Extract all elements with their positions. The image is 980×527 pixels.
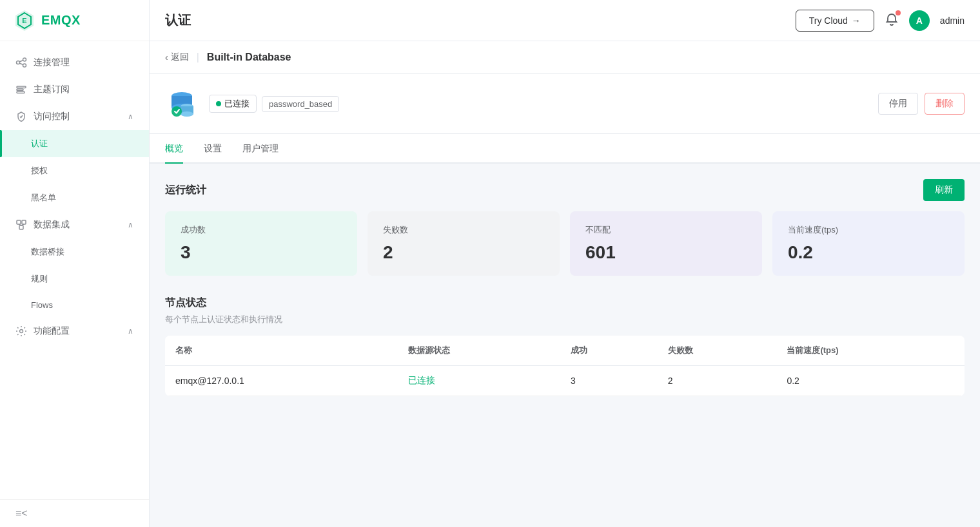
breadcrumb-bar: ‹ 返回 | Built-in Database <box>150 41 980 74</box>
sidebar: E EMQX 连接管理 主题订阅 <box>0 0 150 527</box>
sidebar-item-rules[interactable]: 规则 <box>0 265 149 292</box>
col-fail: 失败数 <box>658 336 777 366</box>
svg-rect-13 <box>19 225 23 229</box>
table-header-row: 名称 数据源状态 成功 失败数 当前速度(tps) <box>165 336 965 366</box>
sidebar-item-topic-sub[interactable]: 主题订阅 <box>0 76 149 103</box>
collapse-icon: ≡< <box>15 508 28 519</box>
sidebar-item-auth[interactable]: 认证 <box>0 130 149 157</box>
try-cloud-label: Try Cloud <box>809 15 848 26</box>
sidebar-item-label: 连接管理 <box>34 57 70 68</box>
feature-config-icon <box>15 325 27 337</box>
svg-point-23 <box>172 106 182 117</box>
back-arrow: ‹ <box>165 52 168 62</box>
content-area: ‹ 返回 | Built-in Database <box>150 41 980 527</box>
plugin-badges: 已连接 password_based <box>209 95 868 113</box>
svg-point-4 <box>23 58 26 61</box>
disable-button[interactable]: 停用 <box>878 93 918 115</box>
stat-card-speed: 当前速度(tps) 0.2 <box>772 211 965 276</box>
node-table: 名称 数据源状态 成功 失败数 当前速度(tps) emqx@127.0.0.1… <box>165 336 965 396</box>
username-label: admin <box>940 15 965 26</box>
feature-config-chevron: ∧ <box>128 327 133 336</box>
sidebar-item-label: 主题订阅 <box>34 84 70 95</box>
breadcrumb-current: Built-in Database <box>207 52 291 63</box>
col-success: 成功 <box>560 336 658 366</box>
tab-settings[interactable]: 设置 <box>204 134 222 164</box>
svg-line-7 <box>19 63 23 64</box>
stat-card-success: 成功数 3 <box>165 211 357 276</box>
sidebar-item-data-bridge[interactable]: 数据桥接 <box>0 238 149 265</box>
node-section-desc: 每个节点上认证状态和执行情况 <box>165 314 965 325</box>
sidebar-item-label: 数据集成 <box>34 219 70 231</box>
stat-value: 601 <box>585 242 747 263</box>
sidebar-item-label: Flows <box>31 300 53 310</box>
access-control-chevron: ∧ <box>128 112 133 121</box>
cell-name: emqx@127.0.0.1 <box>165 366 398 396</box>
sidebar-item-label: 认证 <box>31 138 48 149</box>
svg-rect-9 <box>17 89 23 91</box>
sidebar-item-authz[interactable]: 授权 <box>0 157 149 184</box>
col-name: 名称 <box>165 336 398 366</box>
table-row: emqx@127.0.0.1 已连接 3 2 0.2 <box>165 366 965 396</box>
try-cloud-button[interactable]: Try Cloud → <box>796 10 874 32</box>
stat-value: 2 <box>383 242 544 263</box>
delete-button[interactable]: 删除 <box>925 93 965 115</box>
svg-rect-8 <box>17 86 26 88</box>
sidebar-item-label: 规则 <box>31 273 48 285</box>
plugin-card: 已连接 password_based 停用 删除 <box>150 74 980 134</box>
notification-badge <box>896 10 901 15</box>
try-cloud-arrow: → <box>852 15 861 26</box>
sidebar-item-data-integration[interactable]: 数据集成 ∧ <box>0 211 149 238</box>
stat-label: 当前速度(tps) <box>788 224 949 236</box>
stat-label: 失败数 <box>383 224 544 236</box>
back-button[interactable]: ‹ 返回 <box>165 52 189 63</box>
sidebar-collapse-btn[interactable]: ≡< <box>0 499 149 527</box>
header: 认证 Try Cloud → A admin <box>150 0 980 41</box>
sidebar-item-access-control[interactable]: 访问控制 ∧ <box>0 103 149 130</box>
svg-rect-12 <box>22 220 26 224</box>
stat-card-fail: 失败数 2 <box>368 211 560 276</box>
stats-section-title: 运行统计 <box>165 184 206 197</box>
svg-point-22 <box>181 111 193 117</box>
sidebar-item-connection-mgmt[interactable]: 连接管理 <box>0 49 149 76</box>
sidebar-item-flows[interactable]: Flows <box>0 292 149 318</box>
database-icon <box>165 87 199 120</box>
sidebar-item-label: 黑名单 <box>31 192 56 204</box>
tab-overview[interactable]: 概览 <box>165 134 183 164</box>
sidebar-item-blacklist[interactable]: 黑名单 <box>0 184 149 211</box>
stat-label: 不匹配 <box>585 224 747 236</box>
tabs-bar: 概览 设置 用户管理 <box>150 134 980 164</box>
svg-text:E: E <box>22 17 26 24</box>
svg-line-6 <box>19 61 23 62</box>
sidebar-item-label: 访问控制 <box>34 111 70 122</box>
access-icon <box>15 111 27 122</box>
plugin-actions: 停用 删除 <box>878 93 965 115</box>
svg-point-16 <box>20 330 23 333</box>
node-section-title: 节点状态 <box>165 296 965 310</box>
stat-value: 3 <box>181 242 342 263</box>
data-integration-chevron: ∧ <box>128 220 133 229</box>
svg-rect-10 <box>17 91 24 93</box>
connected-dot <box>216 101 221 106</box>
col-status: 数据源状态 <box>398 336 560 366</box>
stats-section-header: 运行统计 刷新 <box>165 179 965 201</box>
sidebar-logo: E EMQX <box>0 0 149 41</box>
sidebar-item-label: 数据桥接 <box>31 246 64 258</box>
logo-text: EMQX <box>41 13 81 28</box>
refresh-button[interactable]: 刷新 <box>923 179 965 201</box>
avatar: A <box>909 10 930 31</box>
cell-fail: 2 <box>658 366 777 396</box>
header-actions: Try Cloud → A admin <box>796 10 965 32</box>
notification-bell-button[interactable] <box>885 12 899 29</box>
emqx-logo-icon: E <box>13 9 36 32</box>
connection-icon <box>15 57 27 68</box>
cell-tps: 0.2 <box>776 366 965 396</box>
tab-user-mgmt[interactable]: 用户管理 <box>242 134 279 164</box>
sidebar-item-label: 功能配置 <box>34 325 70 337</box>
page-body: 运行统计 刷新 成功数 3 失败数 2 不匹配 601 当前速度(tps) <box>150 164 980 412</box>
main-content: 认证 Try Cloud → A admin ‹ 返回 | <box>150 0 980 527</box>
sidebar-item-feature-config[interactable]: 功能配置 ∧ <box>0 318 149 345</box>
svg-point-3 <box>17 61 20 64</box>
stats-grid: 成功数 3 失败数 2 不匹配 601 当前速度(tps) 0.2 <box>165 211 965 276</box>
cell-success: 3 <box>560 366 658 396</box>
back-label: 返回 <box>171 52 189 63</box>
